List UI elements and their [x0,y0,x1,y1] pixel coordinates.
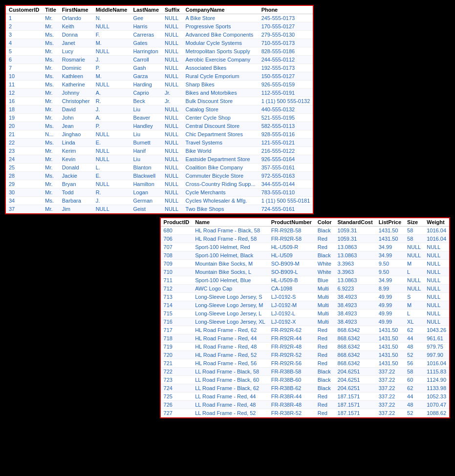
customers-cell-2: Katherine [59,81,93,89]
customers-cell-6: Cycle Merchants [183,188,259,197]
products-cell-2: FR-R92R-52 [268,351,315,359]
customers-cell-7: 724-555-0161 [259,205,313,213]
customers-row: 6Ms.RosmarieJ.CarrollNULLAerobic Exercis… [6,56,313,64]
products-cell-2: FR-R38R-44 [268,393,315,401]
products-cell-3: Black [315,384,335,393]
customers-row: 4Ms.JanetM.GatesNULLModular Cycle System… [6,39,313,47]
customers-cell-5: NULL [162,81,183,89]
customers-cell-5: NULL [162,47,183,56]
products-cell-1: HL Road Frame - Red, 62 [192,326,268,334]
customers-cell-5: NULL [162,147,183,155]
products-cell-3: Red [315,326,335,334]
products-cell-2: FR-R92R-44 [268,334,315,343]
customers-cell-7: 972-555-0163 [259,172,313,180]
customers-cell-4: Geist [130,205,162,213]
products-cell-2: FR-R38R-52 [268,409,315,417]
products-cell-0: 707 [161,243,193,251]
customers-cell-7: 245-555-0173 [259,14,313,22]
customers-cell-3: A. [93,89,130,97]
customers-cell-5: NULL [162,64,183,72]
customers-col-companyname: CompanyName [183,6,259,14]
customers-cell-3: N. [93,14,130,22]
customers-cell-0: 20 [6,122,42,130]
products-cell-3: Multi [315,310,335,318]
products-cell-5: 1431.50 [376,359,404,368]
products-col-productnumber: ProductNumber [268,218,315,227]
customers-cell-2: Christopher [59,97,93,105]
products-cell-6: 52 [404,409,424,417]
products-cell-6: NULL [404,285,424,293]
products-cell-7: NULL [424,243,449,251]
products-cell-7: 1052.33 [424,393,449,401]
customers-cell-1: Ms. [42,39,59,47]
products-cell-1: HL Road Frame - Red, 48 [192,343,268,351]
products-cell-5: 34.99 [376,251,404,260]
customers-cell-1: Mr. [42,47,59,56]
customers-cell-4: Handley [130,122,162,130]
products-col-standardcost: StandardCost [335,218,376,227]
customers-cell-7: 1 (11) 500 555-0132 [259,97,313,105]
products-cell-0: 722 [161,368,193,376]
products-cell-3: Multi [315,301,335,310]
products-cell-4: 204.6251 [335,376,376,384]
products-cell-2: FR-R92R-62 [268,326,315,334]
products-cell-7: NULL [424,260,449,268]
customers-cell-7: 344-555-0144 [259,180,313,188]
products-cell-7: NULL [424,268,449,276]
products-cell-6: 52 [404,351,424,359]
products-cell-0: 710 [161,268,193,276]
products-cell-1: HL Road Frame - Black, 58 [192,227,268,235]
customers-col-title: Title [42,6,59,14]
products-cell-5: 337.22 [376,376,404,384]
products-cell-6: 62 [404,326,424,334]
products-table: ProductIDNameProductNumberColorStandardC… [161,218,449,417]
products-col-productid: ProductID [161,218,193,227]
products-cell-1: Sport-100 Helmet, Blue [192,276,268,285]
customers-cell-3: J. [93,197,130,205]
customers-cell-2: Donald [59,164,93,172]
products-cell-5: 49.99 [376,301,404,310]
customers-row: 37Mr.JimNULLGeistNULLTwo Bike Shops724-5… [6,205,313,213]
customers-col-phone: Phone [259,6,313,14]
customers-cell-7: 112-555-0191 [259,89,313,97]
customers-cell-0: 19 [6,114,42,122]
products-cell-7: 1016.04 [424,235,449,243]
customers-row: 20Ms.JeanP.HandleyNULLCentral Discount S… [6,122,313,130]
customers-row: 7Mr.DominicP.GashNULLAssociated Bikes192… [6,64,313,72]
products-row: 726LL Road Frame - Red, 48FR-R38R-48Red1… [161,401,449,409]
customers-col-firstname: FirstName [59,6,93,14]
products-cell-2: LJ-0192-X [268,318,315,326]
customers-cell-1: Mr. [42,14,59,22]
products-cell-4: 868.6342 [335,326,376,334]
customers-cell-4: Logan [130,188,162,197]
products-cell-7: 1016.04 [424,359,449,368]
customers-cell-0: 25 [6,164,42,172]
customers-row: 2Mr.KeithNULLHarrisNULLProgressive Sport… [6,22,313,31]
products-cell-1: Long-Sleeve Logo Jersey, L [192,310,268,318]
products-row: 707Sport-100 Helmet, RedHL-U509-RRed13.0… [161,243,449,251]
customers-cell-2: John [59,114,93,122]
customers-row: 28Ms.JackieE.BlackwellNULLCommuter Bicyc… [6,172,313,180]
products-cell-0: 715 [161,310,193,318]
products-table-container: ProductIDNameProductNumberColorStandardC… [160,217,450,418]
products-row: 708Sport-100 Helmet, BlackHL-U509Black13… [161,251,449,260]
customers-cell-7: 828-555-0186 [259,47,313,56]
products-cell-3: Blue [315,276,335,285]
customers-cell-4: Caprio [130,89,162,97]
products-cell-0: 708 [161,251,193,260]
products-cell-3: Red [315,393,335,401]
products-cell-3: White [315,268,335,276]
customers-cell-3: NULL [93,130,130,139]
products-row: 711Sport-100 Helmet, BlueHL-U509-BBlue13… [161,276,449,285]
customers-row: 16Mr.ChristopherR.BeckJr.Bulk Discount S… [6,97,313,105]
customers-cell-2: Dominic [59,64,93,72]
customers-row: 10Ms.KathleenM.GarzaNULLRural Cycle Empo… [6,72,313,81]
customers-cell-6: Cycles Wholesaler & Mfg. [183,197,259,205]
products-cell-1: Sport-100 Helmet, Red [192,243,268,251]
customers-cell-7: 440-555-0132 [259,105,313,114]
products-cell-7: NULL [424,293,449,301]
customers-col-suffix: Suffix [162,6,183,14]
products-cell-3: Red [315,351,335,359]
customers-col-customerid: CustomerID [6,6,42,14]
customers-table: CustomerIDTitleFirstNameMiddleNameLastNa… [6,6,313,213]
